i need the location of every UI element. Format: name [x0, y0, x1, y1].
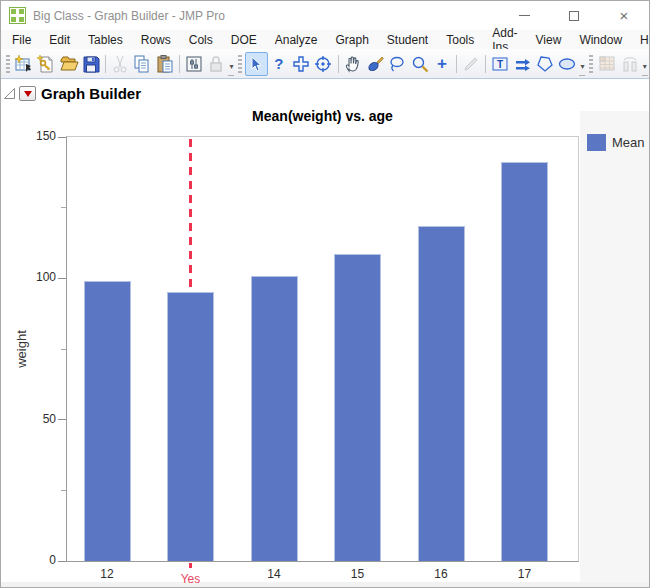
jmp-window: Big Class - Graph Builder - JMP Pro × Fi… — [0, 0, 650, 588]
x-axis-tick-label: 15 — [333, 567, 383, 581]
jmp-app-icon — [9, 7, 26, 24]
toolbar-overflow-icon-2[interactable]: ▾ — [580, 59, 584, 69]
close-icon[interactable]: × — [599, 1, 649, 30]
legend-label: Mean — [612, 134, 645, 150]
menu-analyze[interactable]: Analyze — [266, 31, 327, 49]
x-axis-tick-label: Yes — [166, 572, 216, 586]
open-folder-icon[interactable] — [57, 52, 79, 76]
report-background-bottom — [1, 582, 650, 588]
bar-age-12[interactable] — [84, 281, 131, 561]
menu-window[interactable]: Window — [570, 31, 631, 49]
y-axis-major-tick — [58, 278, 66, 279]
arrow-tool-icon[interactable] — [245, 52, 267, 76]
report-panel: Graph Builder Mean(weight) vs. age weigh… — [1, 79, 650, 588]
x-axis-tick-label: 12 — [82, 567, 132, 581]
bar-age-Yes[interactable] — [167, 292, 214, 561]
y-axis-tick-label: 50 — [18, 412, 56, 426]
cut-icon — [109, 52, 131, 76]
y-axis-major-tick — [58, 137, 66, 138]
menu-student[interactable]: Student — [378, 31, 437, 49]
y-axis-major-tick — [58, 419, 66, 420]
reference-axis-tick — [189, 563, 192, 568]
target-tool-icon[interactable] — [312, 52, 334, 76]
new-data-table-icon[interactable] — [13, 52, 35, 76]
toolbar: ▾ ? — [1, 49, 649, 79]
hand-tool-icon[interactable] — [341, 52, 363, 76]
brush-tool-icon[interactable] — [364, 52, 386, 76]
paste-icon[interactable] — [154, 52, 176, 76]
title-bar: Big Class - Graph Builder - JMP Pro × — [1, 1, 649, 30]
maximize-icon[interactable] — [549, 1, 599, 30]
report-background — [580, 111, 650, 583]
cross-tool-icon[interactable] — [290, 52, 312, 76]
svg-text:T: T — [497, 58, 503, 69]
y-axis-minor-tick — [61, 490, 66, 491]
outline-header: Graph Builder — [3, 85, 141, 102]
arrows-annotation-icon[interactable] — [512, 52, 534, 76]
legend: Mean — [587, 134, 645, 151]
plus-tool-icon[interactable]: + — [431, 52, 453, 76]
menu-graph[interactable]: Graph — [326, 31, 377, 49]
menu-edit[interactable]: Edit — [40, 31, 79, 49]
preferences-icon[interactable] — [183, 52, 205, 76]
text-annotation-icon[interactable]: T — [489, 52, 511, 76]
y-axis-tick-label: 100 — [18, 270, 56, 284]
x-axis-tick-label: 16 — [416, 567, 466, 581]
pencil-icon — [460, 52, 482, 76]
menu-rows[interactable]: Rows — [132, 31, 180, 49]
bar-age-17[interactable] — [501, 162, 548, 561]
lock-icon — [205, 52, 227, 76]
plot-area: weight 05010015012Yes14151617 — [66, 136, 579, 562]
magnifier-tool-icon[interactable] — [408, 52, 430, 76]
oval-annotation-icon[interactable] — [556, 52, 578, 76]
red-triangle-menu-button[interactable] — [19, 86, 36, 101]
bar-age-16[interactable] — [418, 226, 465, 561]
menu-file[interactable]: File — [3, 31, 40, 49]
menu-bar: FileEditTablesRowsColsDOEAnalyzeGraphStu… — [1, 30, 649, 49]
columns-window-icon — [619, 52, 641, 76]
save-icon[interactable] — [80, 52, 102, 76]
x-axis-tick-label: 14 — [249, 567, 299, 581]
bar-age-15[interactable] — [334, 254, 381, 561]
toolbar-grip-3[interactable] — [589, 55, 593, 73]
menu-view[interactable]: View — [527, 31, 571, 49]
y-axis-tick-label: 0 — [18, 553, 56, 567]
chart-title: Mean(weight) vs. age — [66, 108, 579, 124]
new-script-icon[interactable] — [35, 52, 57, 76]
y-axis-minor-tick — [61, 207, 66, 208]
menu-tools[interactable]: Tools — [437, 31, 483, 49]
y-axis-label: weight — [14, 330, 29, 368]
toolbar-grip[interactable] — [6, 55, 10, 73]
menu-doe[interactable]: DOE — [222, 31, 266, 49]
bar-age-14[interactable] — [251, 276, 298, 561]
menu-help[interactable]: Help — [631, 31, 650, 49]
polygon-annotation-icon[interactable] — [534, 52, 556, 76]
lasso-tool-icon[interactable] — [386, 52, 408, 76]
collapse-triangle-icon[interactable] — [3, 87, 16, 100]
y-axis-major-tick — [58, 561, 66, 562]
copy-icon[interactable] — [131, 52, 153, 76]
outline-title: Graph Builder — [41, 85, 141, 102]
y-axis-minor-tick — [61, 349, 66, 350]
menu-tables[interactable]: Tables — [79, 31, 132, 49]
toolbar-overflow-icon-3[interactable]: ▾ — [643, 59, 647, 69]
toolbar-overflow-icon[interactable]: ▾ — [229, 59, 233, 69]
x-axis-tick-label: 17 — [500, 567, 550, 581]
menu-cols[interactable]: Cols — [180, 31, 222, 49]
toolbar-grip-2[interactable] — [238, 55, 242, 73]
y-axis-tick-label: 150 — [18, 129, 56, 143]
help-icon[interactable]: ? — [268, 52, 290, 76]
data-table-window-icon — [596, 52, 618, 76]
window-title: Big Class - Graph Builder - JMP Pro — [33, 9, 225, 23]
legend-swatch[interactable] — [587, 134, 606, 151]
